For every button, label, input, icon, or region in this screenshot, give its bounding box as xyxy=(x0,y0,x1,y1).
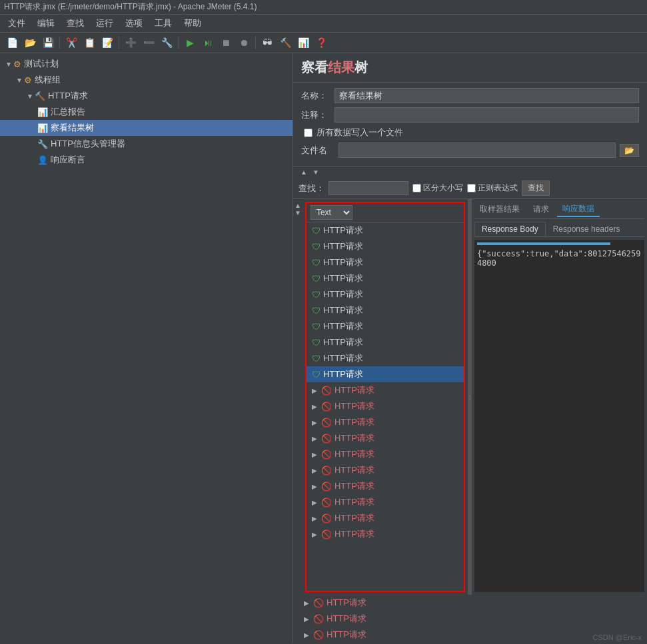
result-item-success-7[interactable]: 🛡 HTTP请求 xyxy=(307,318,464,334)
result-label-6: HTTP请求 xyxy=(323,304,363,316)
result-item-failed-10[interactable]: ▶ 🚫 HTTP请求 xyxy=(307,526,464,542)
label-http-header: HTTP信息头管理器 xyxy=(51,138,125,150)
result-item-success-6[interactable]: 🛡 HTTP请求 xyxy=(307,302,464,318)
menu-edit[interactable]: 编辑 xyxy=(32,16,60,31)
menu-run[interactable]: 运行 xyxy=(91,16,119,31)
tab-response-headers[interactable]: Response headers xyxy=(546,222,628,236)
toolbar-remove[interactable]: ➖ xyxy=(141,35,157,51)
result-label-f6: HTTP请求 xyxy=(334,464,374,476)
search-input[interactable] xyxy=(328,181,408,195)
result-item-success-3[interactable]: 🛡 HTTP请求 xyxy=(307,254,464,270)
regex-option: 正则表达式 xyxy=(467,182,518,194)
result-label-3: HTTP请求 xyxy=(323,256,363,268)
result-item-success-1[interactable]: 🛡 HTTP请求 xyxy=(307,222,464,238)
label-summary-report: 汇总报告 xyxy=(51,106,85,118)
title-char-1: 察看 xyxy=(301,60,328,75)
toolbar-settings[interactable]: 🔧 xyxy=(159,35,175,51)
toolbar-report[interactable]: 📊 xyxy=(295,35,311,51)
below-arrow-3: ▶ xyxy=(304,631,311,639)
below-label-3: HTTP请求 xyxy=(326,629,366,641)
right-panel: 察看结果树 名称： 注释： 所有数据写入一个文件 文件名 📂 xyxy=(293,53,647,643)
content-nav-up[interactable]: ▲ xyxy=(295,202,301,209)
toolbar-cut[interactable]: ✂️ xyxy=(63,35,79,51)
toolbar-new[interactable]: 📄 xyxy=(4,35,20,51)
toolbar-stop[interactable]: ⏹ xyxy=(218,35,234,51)
file-input[interactable] xyxy=(338,143,616,158)
result-item-failed-8[interactable]: ▶ 🚫 HTTP请求 xyxy=(307,494,464,510)
browse-button[interactable]: 📂 xyxy=(620,144,639,157)
view-type-select[interactable]: Text XML JSON HTML xyxy=(311,205,352,220)
tab-response-body[interactable]: Response Body xyxy=(474,222,546,236)
toolbar-copy[interactable]: 📋 xyxy=(81,35,97,51)
menu-options[interactable]: 选项 xyxy=(120,16,148,31)
tree-item-summary-report[interactable]: 📊 汇总报告 xyxy=(0,104,293,120)
toolbar-help[interactable]: ❓ xyxy=(313,35,329,51)
nav-up[interactable]: ▲ xyxy=(299,168,309,176)
menu-file[interactable]: 文件 xyxy=(3,16,31,31)
menu-find[interactable]: 查找 xyxy=(61,16,89,31)
result-item-below-1[interactable]: ▶ 🚫 HTTP请求 xyxy=(299,595,647,611)
tree-item-http-request[interactable]: ▼ 🔨 HTTP请求 xyxy=(0,88,293,104)
red-shield-icon-1: 🚫 xyxy=(321,386,332,396)
write-all-label: 所有数据写入一个文件 xyxy=(317,127,403,139)
tab-response-data[interactable]: 响应数据 xyxy=(557,202,600,217)
tree-item-response-assert[interactable]: 👤 响应断言 xyxy=(0,152,293,168)
result-item-failed-7[interactable]: ▶ 🚫 HTTP请求 xyxy=(307,478,464,494)
case-option: 区分大小写 xyxy=(412,182,463,194)
result-item-below-2[interactable]: ▶ 🚫 HTTP请求 xyxy=(299,611,647,627)
toolbar-stop2[interactable]: ⏺ xyxy=(236,35,252,51)
result-item-failed-3[interactable]: ▶ 🚫 HTTP请求 xyxy=(307,414,464,430)
toolbar-run[interactable]: ▶ xyxy=(182,35,198,51)
result-item-failed-2[interactable]: ▶ 🚫 HTTP请求 xyxy=(307,398,464,414)
response-panel: 取样器结果 请求 响应数据 Response Body Response hea… xyxy=(472,199,647,595)
name-input[interactable] xyxy=(334,88,639,103)
nav-down[interactable]: ▼ xyxy=(311,168,321,176)
search-button[interactable]: 查找 xyxy=(522,180,550,196)
toolbar-glasses[interactable]: 🕶 xyxy=(259,35,275,51)
green-shield-icon-9: 🛡 xyxy=(312,354,321,364)
toolbar-open[interactable]: 📂 xyxy=(22,35,38,51)
panel-title: 察看结果树 xyxy=(293,53,647,83)
result-item-success-9[interactable]: 🛡 HTTP请求 xyxy=(307,350,464,366)
toolbar-hammer[interactable]: 🔨 xyxy=(277,35,293,51)
tree-item-test-plan[interactable]: ▼ ⚙ 测试计划 xyxy=(0,56,293,72)
tab-request[interactable]: 请求 xyxy=(528,202,554,216)
red-shield-icon-4: 🚫 xyxy=(321,434,332,444)
toolbar-sep4 xyxy=(255,36,256,49)
result-label-f9: HTTP请求 xyxy=(334,512,374,524)
menu-tools[interactable]: 工具 xyxy=(149,16,177,31)
case-checkbox[interactable] xyxy=(412,184,421,192)
green-shield-icon-5: 🛡 xyxy=(312,290,321,300)
nav-arrows: ▲ ▼ xyxy=(293,166,647,178)
result-label-f3: HTTP请求 xyxy=(334,416,374,428)
result-item-failed-5[interactable]: ▶ 🚫 HTTP请求 xyxy=(307,446,464,462)
result-label-f1: HTTP请求 xyxy=(334,384,374,396)
red-shield-icon-8: 🚫 xyxy=(321,497,332,507)
red-shield-icon-3: 🚫 xyxy=(321,418,332,428)
comment-input[interactable] xyxy=(334,107,639,123)
content-nav-down[interactable]: ▼ xyxy=(295,209,301,216)
toolbar-paste[interactable]: 📝 xyxy=(99,35,115,51)
tree-item-thread-group[interactable]: ▼ ⚙ 线程组 xyxy=(0,72,293,88)
result-item-failed-4[interactable]: ▶ 🚫 HTTP请求 xyxy=(307,430,464,446)
tab-sampler-result[interactable]: 取样器结果 xyxy=(474,202,525,216)
write-all-checkbox[interactable] xyxy=(304,129,313,137)
green-shield-icon-7: 🛡 xyxy=(312,322,321,332)
toolbar-save[interactable]: 💾 xyxy=(40,35,56,51)
result-item-success-8[interactable]: 🛡 HTTP请求 xyxy=(307,334,464,350)
tree-item-result-tree[interactable]: 📊 察看结果树 xyxy=(0,120,293,136)
result-item-success-5[interactable]: 🛡 HTTP请求 xyxy=(307,286,464,302)
result-item-success-4[interactable]: 🛡 HTTP请求 xyxy=(307,270,464,286)
toolbar-run-all[interactable]: ⏯ xyxy=(200,35,216,51)
menu-help[interactable]: 帮助 xyxy=(179,16,207,31)
tree-item-http-header[interactable]: 🔧 HTTP信息头管理器 xyxy=(0,136,293,152)
result-item-selected[interactable]: 🛡 HTTP请求 xyxy=(307,366,464,382)
result-label-f2: HTTP请求 xyxy=(334,400,374,412)
regex-checkbox[interactable] xyxy=(467,184,476,192)
result-item-failed-9[interactable]: ▶ 🚫 HTTP请求 xyxy=(307,510,464,526)
result-item-success-2[interactable]: 🛡 HTTP请求 xyxy=(307,238,464,254)
result-label-f4: HTTP请求 xyxy=(334,432,374,444)
result-item-failed-1[interactable]: ▶ 🚫 HTTP请求 xyxy=(307,382,464,398)
toolbar-add[interactable]: ➕ xyxy=(123,35,139,51)
result-item-failed-6[interactable]: ▶ 🚫 HTTP请求 xyxy=(307,462,464,478)
